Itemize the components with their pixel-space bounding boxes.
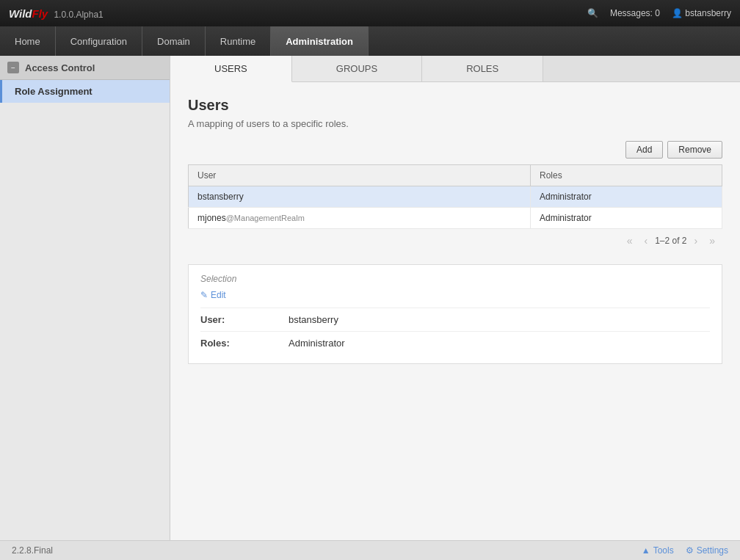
cell-roles: Administrator <box>531 186 722 208</box>
main-layout: − Access Control Role Assignment USERS G… <box>0 56 740 540</box>
nav-item-home[interactable]: Home <box>0 26 56 56</box>
sidebar-item-role-assignment[interactable]: Role Assignment <box>0 80 170 103</box>
nav-item-administration[interactable]: Administration <box>271 26 369 56</box>
nav-item-runtime[interactable]: Runtime <box>206 26 271 56</box>
sidebar-header-label: Access Control <box>25 62 95 73</box>
sidebar-collapse-button[interactable]: − <box>7 62 19 73</box>
tab-groups[interactable]: GROUPS <box>292 56 422 81</box>
footer: 2.2.8.Final ▲ Tools ⚙ Settings <box>0 540 740 560</box>
col-header-roles: Roles <box>531 165 722 186</box>
edit-icon: ✎ <box>200 290 208 300</box>
table-row[interactable]: bstansberry Administrator <box>189 186 722 208</box>
tools-link[interactable]: ▲ Tools <box>642 545 674 556</box>
selection-title: Selection <box>200 274 710 284</box>
page-title: Users <box>188 97 722 114</box>
edit-label: Edit <box>211 290 226 300</box>
nav-item-configuration[interactable]: Configuration <box>56 26 142 56</box>
last-page-button[interactable]: » <box>705 233 719 248</box>
footer-right: ▲ Tools ⚙ Settings <box>642 545 728 556</box>
detail-label-user: User: <box>200 314 289 325</box>
logo-wild: Wild <box>9 7 32 20</box>
prev-page-button[interactable]: ‹ <box>639 233 652 248</box>
pagination: « ‹ 1–2 of 2 › » <box>188 229 722 252</box>
selection-section: Selection ✎ Edit User: bstansberry Roles… <box>188 264 722 364</box>
remove-button[interactable]: Remove <box>667 141 722 159</box>
logo-fly: Fly <box>32 7 48 20</box>
settings-label: Settings <box>697 545 728 556</box>
settings-link[interactable]: ⚙ Settings <box>686 545 728 556</box>
messages-label: Messages: <box>610 8 653 18</box>
pagination-info: 1–2 of 2 <box>655 236 686 246</box>
footer-version: 2.2.8.Final <box>12 545 53 556</box>
user-icon: 👤 <box>672 8 683 18</box>
tab-users[interactable]: USERS <box>170 56 292 82</box>
user-menu[interactable]: 👤 bstansberry <box>672 8 731 18</box>
next-page-button[interactable]: › <box>690 233 703 248</box>
tabs: USERS GROUPS ROLES <box>170 56 740 82</box>
first-page-button[interactable]: « <box>623 233 637 248</box>
sidebar: − Access Control Role Assignment <box>0 56 170 540</box>
sidebar-header: − Access Control <box>0 56 170 80</box>
tab-roles[interactable]: ROLES <box>422 56 543 81</box>
app-logo: WildFly 1.0.0.Alpha1 <box>9 7 104 20</box>
page-content: Users A mapping of users to a specific r… <box>170 82 740 540</box>
topbar-right: 🔍 Messages: 0 👤 bstansberry <box>587 8 731 18</box>
detail-value-roles: Administrator <box>289 338 345 349</box>
logo-version: 1.0.0.Alpha1 <box>54 10 103 20</box>
edit-link[interactable]: ✎ Edit <box>200 290 710 300</box>
nav-item-domain[interactable]: Domain <box>142 26 206 56</box>
cell-roles: Administrator <box>531 208 722 229</box>
table-row[interactable]: mjones@ManagementRealm Administrator <box>189 208 722 229</box>
cell-user: bstansberry <box>189 186 531 208</box>
content-area: USERS GROUPS ROLES Users A mapping of us… <box>170 56 740 540</box>
page-subtitle: A mapping of users to a specific roles. <box>188 118 722 129</box>
realm-suffix: @ManagementRealm <box>226 214 305 222</box>
messages-count: 0 <box>655 8 660 18</box>
users-table: User Roles bstansberry Administrator mjo… <box>188 164 722 229</box>
username-display: bstansberry <box>685 8 731 18</box>
detail-value-user: bstansberry <box>289 314 338 325</box>
detail-row-user: User: bstansberry <box>200 308 710 331</box>
settings-icon: ⚙ <box>686 545 694 556</box>
toolbar: Add Remove <box>188 141 722 159</box>
add-button[interactable]: Add <box>625 141 663 159</box>
detail-label-roles: Roles: <box>200 338 289 349</box>
topbar: WildFly 1.0.0.Alpha1 🔍 Messages: 0 👤 bst… <box>0 0 740 26</box>
messages-indicator: Messages: 0 <box>610 8 660 18</box>
detail-row-roles: Roles: Administrator <box>200 331 710 354</box>
search-icon[interactable]: 🔍 <box>587 8 598 18</box>
cell-user: mjones@ManagementRealm <box>189 208 531 229</box>
tools-icon: ▲ <box>642 545 650 556</box>
navbar: Home Configuration Domain Runtime Admini… <box>0 26 740 56</box>
col-header-user: User <box>189 165 531 186</box>
tools-label: Tools <box>653 545 674 556</box>
